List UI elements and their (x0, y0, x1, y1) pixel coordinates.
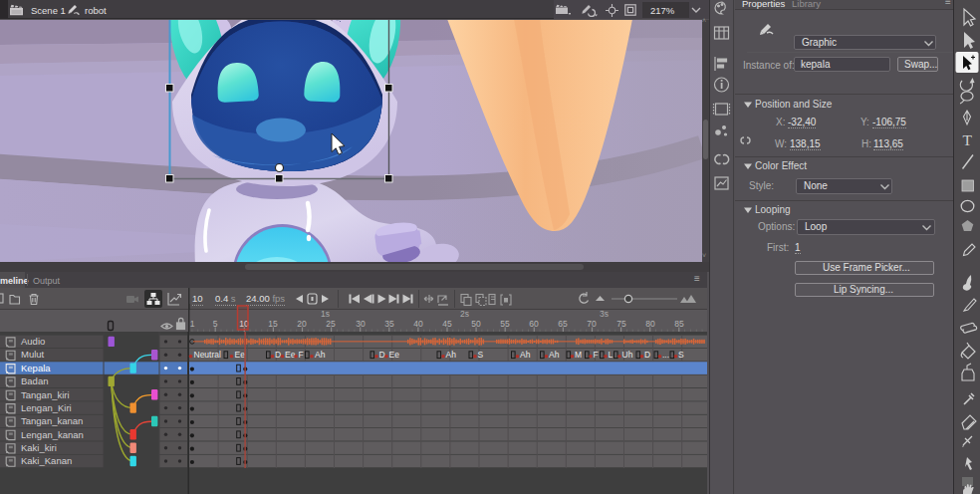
svg-text:Lengan_Kiri: Lengan_Kiri (21, 402, 72, 413)
svg-text:F: F (299, 350, 304, 360)
svg-text:Tangan_kanan: Tangan_kanan (21, 415, 83, 426)
svg-text:1: 1 (190, 319, 195, 329)
svg-text:F: F (594, 350, 599, 360)
svg-text:Audio: Audio (21, 336, 45, 347)
svg-text:M: M (575, 350, 582, 360)
svg-text:Ah: Ah (549, 350, 560, 360)
svg-text:Lengan_kanan: Lengan_kanan (21, 429, 84, 440)
svg-text:D: D (644, 350, 650, 360)
svg-text:Ah: Ah (520, 350, 531, 360)
svg-text:S: S (478, 350, 484, 360)
svg-text:Ee: Ee (235, 350, 246, 360)
svg-text:D: D (379, 350, 385, 360)
svg-text:Kaki_kiri: Kaki_kiri (21, 442, 57, 453)
svg-text:T: T (963, 131, 973, 148)
svg-text:3s: 3s (600, 309, 609, 319)
svg-text:1s: 1s (321, 309, 330, 319)
svg-text:...: ... (662, 350, 669, 360)
svg-text:Tangan_kiri: Tangan_kiri (21, 389, 70, 400)
svg-text:Kepala: Kepala (21, 363, 51, 373)
svg-text:L: L (609, 350, 613, 360)
svg-text:Mulut: Mulut (21, 349, 45, 360)
svg-text:Neutral: Neutral (194, 350, 222, 360)
svg-text:Ah: Ah (446, 350, 457, 360)
svg-text:2s: 2s (460, 309, 469, 319)
svg-text:D: D (275, 350, 281, 360)
svg-text:Kaki_Kanan: Kaki_Kanan (21, 455, 72, 466)
svg-text:Badan: Badan (21, 375, 48, 386)
svg-text:Ee: Ee (285, 350, 296, 360)
svg-text:S: S (678, 350, 684, 360)
svg-text:Uh: Uh (622, 350, 633, 360)
svg-text:Ee: Ee (389, 350, 400, 360)
svg-text:Ah: Ah (315, 350, 326, 360)
